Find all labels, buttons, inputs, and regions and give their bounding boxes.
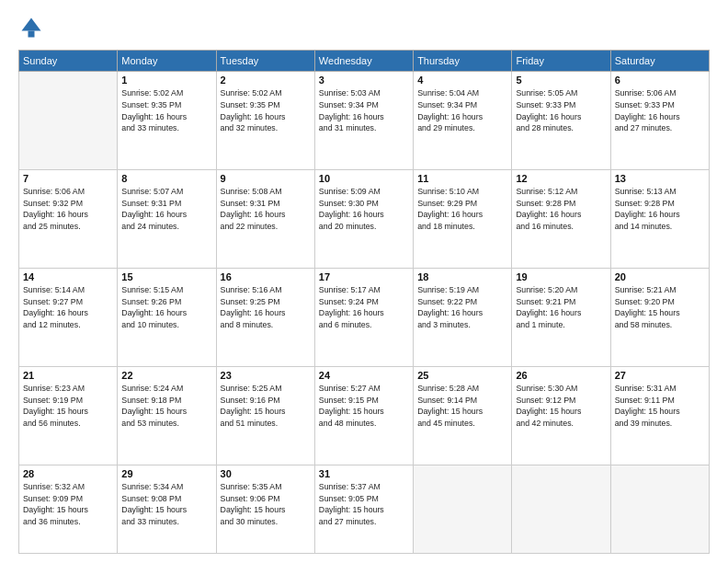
day-info: Sunrise: 5:10 AMSunset: 9:29 PMDaylight:…	[417, 186, 507, 233]
day-number: 11	[417, 173, 507, 184]
day-number: 3	[319, 75, 409, 86]
calendar-day-cell: 21Sunrise: 5:23 AMSunset: 9:19 PMDayligh…	[19, 366, 118, 465]
svg-rect-1	[28, 31, 35, 38]
day-number: 20	[615, 271, 705, 282]
weekday-header: Monday	[118, 51, 216, 72]
calendar-day-cell: 6Sunrise: 5:06 AMSunset: 9:33 PMDaylight…	[610, 72, 709, 170]
day-number: 29	[121, 468, 211, 479]
day-info: Sunrise: 5:37 AMSunset: 9:05 PMDaylight:…	[319, 481, 409, 528]
day-info: Sunrise: 5:21 AMSunset: 9:20 PMDaylight:…	[615, 284, 705, 331]
svg-marker-0	[22, 18, 41, 31]
calendar-day-cell: 5Sunrise: 5:05 AMSunset: 9:33 PMDaylight…	[512, 72, 610, 170]
day-number: 9	[221, 173, 311, 184]
calendar-day-cell: 22Sunrise: 5:24 AMSunset: 9:18 PMDayligh…	[118, 366, 216, 465]
day-number: 30	[221, 468, 311, 479]
calendar-day-cell: 2Sunrise: 5:02 AMSunset: 9:35 PMDaylight…	[216, 72, 314, 170]
day-number: 8	[121, 173, 211, 184]
logo-icon	[18, 15, 44, 40]
calendar-day-cell: 18Sunrise: 5:19 AMSunset: 9:22 PMDayligh…	[414, 268, 512, 366]
day-number: 23	[221, 370, 311, 381]
calendar-day-cell: 15Sunrise: 5:15 AMSunset: 9:26 PMDayligh…	[118, 268, 216, 366]
day-number: 17	[319, 271, 409, 282]
day-number: 10	[319, 173, 409, 184]
day-info: Sunrise: 5:09 AMSunset: 9:30 PMDaylight:…	[319, 186, 409, 233]
calendar-day-cell: 1Sunrise: 5:02 AMSunset: 9:35 PMDaylight…	[118, 72, 216, 170]
day-info: Sunrise: 5:34 AMSunset: 9:08 PMDaylight:…	[121, 481, 211, 528]
calendar-week-row: 21Sunrise: 5:23 AMSunset: 9:19 PMDayligh…	[19, 366, 710, 465]
day-info: Sunrise: 5:30 AMSunset: 9:12 PMDaylight:…	[516, 383, 606, 430]
day-info: Sunrise: 5:05 AMSunset: 9:33 PMDaylight:…	[516, 87, 606, 134]
day-number: 2	[221, 75, 311, 86]
day-info: Sunrise: 5:17 AMSunset: 9:24 PMDaylight:…	[319, 284, 409, 331]
calendar-day-cell: 16Sunrise: 5:16 AMSunset: 9:25 PMDayligh…	[216, 268, 314, 366]
calendar-day-cell: 24Sunrise: 5:27 AMSunset: 9:15 PMDayligh…	[314, 366, 413, 465]
calendar-week-row: 28Sunrise: 5:32 AMSunset: 9:09 PMDayligh…	[19, 465, 710, 553]
day-number: 26	[516, 370, 606, 381]
calendar-week-row: 14Sunrise: 5:14 AMSunset: 9:27 PMDayligh…	[19, 268, 710, 366]
calendar-week-row: 1Sunrise: 5:02 AMSunset: 9:35 PMDaylight…	[19, 72, 710, 170]
day-number: 28	[23, 468, 113, 479]
day-info: Sunrise: 5:20 AMSunset: 9:21 PMDaylight:…	[516, 284, 606, 331]
day-number: 14	[23, 271, 113, 282]
day-number: 19	[516, 271, 606, 282]
day-info: Sunrise: 5:13 AMSunset: 9:28 PMDaylight:…	[615, 186, 705, 233]
calendar-day-cell: 17Sunrise: 5:17 AMSunset: 9:24 PMDayligh…	[314, 268, 413, 366]
calendar-day-cell: 23Sunrise: 5:25 AMSunset: 9:16 PMDayligh…	[216, 366, 314, 465]
day-info: Sunrise: 5:03 AMSunset: 9:34 PMDaylight:…	[319, 87, 409, 134]
calendar-day-cell: 12Sunrise: 5:12 AMSunset: 9:28 PMDayligh…	[512, 169, 610, 268]
day-number: 22	[121, 370, 211, 381]
day-info: Sunrise: 5:19 AMSunset: 9:22 PMDaylight:…	[417, 284, 507, 331]
day-info: Sunrise: 5:16 AMSunset: 9:25 PMDaylight:…	[221, 284, 311, 331]
day-info: Sunrise: 5:06 AMSunset: 9:32 PMDaylight:…	[23, 186, 113, 233]
day-number: 21	[23, 370, 113, 381]
weekday-header: Wednesday	[314, 51, 413, 72]
day-info: Sunrise: 5:02 AMSunset: 9:35 PMDaylight:…	[221, 87, 311, 134]
calendar-header-row: SundayMondayTuesdayWednesdayThursdayFrid…	[19, 51, 710, 72]
calendar-day-cell: 11Sunrise: 5:10 AMSunset: 9:29 PMDayligh…	[414, 169, 512, 268]
day-number: 4	[417, 75, 507, 86]
day-info: Sunrise: 5:25 AMSunset: 9:16 PMDaylight:…	[221, 383, 311, 430]
calendar-day-cell: 28Sunrise: 5:32 AMSunset: 9:09 PMDayligh…	[19, 465, 118, 553]
calendar-day-cell: 4Sunrise: 5:04 AMSunset: 9:34 PMDaylight…	[414, 72, 512, 170]
day-info: Sunrise: 5:15 AMSunset: 9:26 PMDaylight:…	[121, 284, 211, 331]
calendar-day-cell: 9Sunrise: 5:08 AMSunset: 9:31 PMDaylight…	[216, 169, 314, 268]
day-number: 31	[319, 468, 409, 479]
day-number: 27	[615, 370, 705, 381]
day-info: Sunrise: 5:07 AMSunset: 9:31 PMDaylight:…	[121, 186, 211, 233]
weekday-header: Sunday	[19, 51, 118, 72]
calendar-day-cell: 27Sunrise: 5:31 AMSunset: 9:11 PMDayligh…	[610, 366, 709, 465]
page-header	[18, 15, 710, 40]
weekday-header: Thursday	[414, 51, 512, 72]
day-info: Sunrise: 5:08 AMSunset: 9:31 PMDaylight:…	[221, 186, 311, 233]
weekday-header: Friday	[512, 51, 610, 72]
day-number: 15	[121, 271, 211, 282]
calendar-day-cell: 3Sunrise: 5:03 AMSunset: 9:34 PMDaylight…	[314, 72, 413, 170]
day-info: Sunrise: 5:14 AMSunset: 9:27 PMDaylight:…	[23, 284, 113, 331]
calendar-day-cell: 19Sunrise: 5:20 AMSunset: 9:21 PMDayligh…	[512, 268, 610, 366]
day-info: Sunrise: 5:06 AMSunset: 9:33 PMDaylight:…	[615, 87, 705, 134]
logo	[18, 15, 48, 40]
calendar-day-cell: 8Sunrise: 5:07 AMSunset: 9:31 PMDaylight…	[118, 169, 216, 268]
weekday-header: Tuesday	[216, 51, 314, 72]
calendar-week-row: 7Sunrise: 5:06 AMSunset: 9:32 PMDaylight…	[19, 169, 710, 268]
calendar-day-cell	[19, 72, 118, 170]
day-number: 24	[319, 370, 409, 381]
weekday-header: Saturday	[610, 51, 709, 72]
day-number: 25	[417, 370, 507, 381]
calendar-day-cell: 26Sunrise: 5:30 AMSunset: 9:12 PMDayligh…	[512, 366, 610, 465]
day-number: 13	[615, 173, 705, 184]
calendar-day-cell: 13Sunrise: 5:13 AMSunset: 9:28 PMDayligh…	[610, 169, 709, 268]
day-number: 1	[121, 75, 211, 86]
calendar-day-cell: 14Sunrise: 5:14 AMSunset: 9:27 PMDayligh…	[19, 268, 118, 366]
day-number: 7	[23, 173, 113, 184]
day-info: Sunrise: 5:35 AMSunset: 9:06 PMDaylight:…	[221, 481, 311, 528]
calendar-day-cell: 20Sunrise: 5:21 AMSunset: 9:20 PMDayligh…	[610, 268, 709, 366]
day-number: 5	[516, 75, 606, 86]
day-info: Sunrise: 5:31 AMSunset: 9:11 PMDaylight:…	[615, 383, 705, 430]
day-info: Sunrise: 5:24 AMSunset: 9:18 PMDaylight:…	[121, 383, 211, 430]
day-info: Sunrise: 5:12 AMSunset: 9:28 PMDaylight:…	[516, 186, 606, 233]
day-number: 6	[615, 75, 705, 86]
calendar-day-cell: 7Sunrise: 5:06 AMSunset: 9:32 PMDaylight…	[19, 169, 118, 268]
calendar-day-cell	[610, 465, 709, 553]
calendar-day-cell: 25Sunrise: 5:28 AMSunset: 9:14 PMDayligh…	[414, 366, 512, 465]
